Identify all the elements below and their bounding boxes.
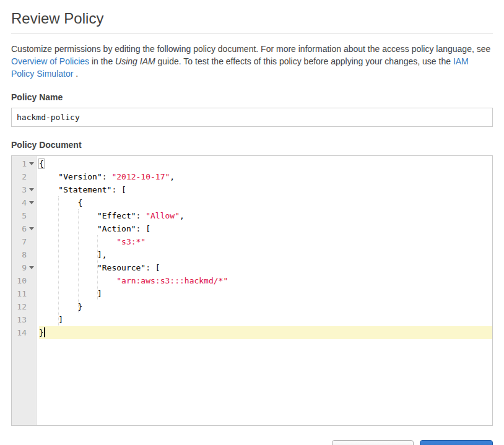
page-title: Review Policy xyxy=(11,10,493,27)
line-number[interactable]: 11 xyxy=(12,287,36,300)
fold-toggle-icon[interactable] xyxy=(29,227,34,230)
policy-name-label: Policy Name xyxy=(11,92,493,102)
code-token: { xyxy=(39,159,44,168)
line-number[interactable]: 3 xyxy=(12,183,36,196)
fold-toggle-icon[interactable] xyxy=(29,162,34,165)
editor-gutter: 1234567891011121314 xyxy=(12,156,37,425)
code-line[interactable]: } xyxy=(39,326,492,339)
code-line[interactable]: "arn:aws:s3:::hackmd/*" xyxy=(39,274,492,287)
code-token-string: "2012-10-17" xyxy=(111,172,170,181)
code-token-string: "arn:aws:s3:::hackmd/*" xyxy=(116,276,228,285)
fold-toggle-icon[interactable] xyxy=(29,201,34,204)
code-line[interactable]: "Statement": [ xyxy=(39,183,492,196)
code-token: "Statement": [ xyxy=(39,185,126,194)
code-token: "Action": [ xyxy=(39,224,150,233)
code-token xyxy=(39,237,116,246)
code-token: ] xyxy=(39,315,63,324)
validate-policy-button[interactable]: Validate Policy xyxy=(332,440,414,445)
code-token: ] xyxy=(39,289,102,298)
code-token: } xyxy=(39,328,44,337)
apply-policy-button[interactable]: Apply Policy xyxy=(420,440,493,445)
intro-part1: Customize permissions by editing the fol… xyxy=(11,44,490,54)
text-cursor xyxy=(44,327,45,337)
code-line[interactable]: "Version": "2012-10-17", xyxy=(39,170,492,183)
code-line[interactable]: "Action": [ xyxy=(39,222,492,235)
code-token-string: "Allow" xyxy=(146,211,180,220)
code-token: ], xyxy=(39,250,107,259)
code-token: "Resource": [ xyxy=(39,263,160,272)
intro-part4: . xyxy=(73,69,78,79)
intro-part3: guide. To test the effects of this polic… xyxy=(155,56,453,66)
line-number[interactable]: 4 xyxy=(12,196,36,209)
code-token xyxy=(39,276,116,285)
code-line[interactable]: ] xyxy=(39,313,492,326)
code-token: { xyxy=(39,198,82,207)
line-number[interactable]: 10 xyxy=(12,274,36,287)
code-line[interactable]: "s3:*" xyxy=(39,235,492,248)
code-line[interactable]: "Effect": "Allow", xyxy=(39,209,492,222)
editor-code-area[interactable]: { "Version": "2012-10-17", "Statement": … xyxy=(37,156,492,425)
line-number[interactable]: 13 xyxy=(12,313,36,326)
line-number[interactable]: 6 xyxy=(12,222,36,235)
intro-part2: in the xyxy=(89,56,115,66)
overview-of-policies-link[interactable]: Overview of Policies xyxy=(11,56,89,66)
fold-toggle-icon[interactable] xyxy=(29,188,34,191)
code-line[interactable]: ] xyxy=(39,287,492,300)
policy-document-label: Policy Document xyxy=(11,140,493,150)
code-token: "Version": xyxy=(39,172,111,181)
title-divider xyxy=(11,33,493,33)
footer-bar: ✓ Use autoformatting for policy editing … xyxy=(11,440,493,445)
code-line[interactable]: { xyxy=(39,196,492,209)
fold-toggle-icon[interactable] xyxy=(29,266,34,269)
intro-text: Customize permissions by editing the fol… xyxy=(11,43,493,80)
code-token: , xyxy=(170,172,175,181)
intro-italic-using-iam: Using IAM xyxy=(115,56,155,66)
code-token-string: "s3:*" xyxy=(116,237,146,246)
line-number[interactable]: 9 xyxy=(12,261,36,274)
code-line[interactable]: ], xyxy=(39,248,492,261)
policy-document-editor[interactable]: 1234567891011121314 { "Version": "2012-1… xyxy=(11,155,493,426)
line-number[interactable]: 12 xyxy=(12,300,36,313)
footer-actions: Cancel Validate Policy Apply Policy xyxy=(289,440,493,445)
policy-name-input[interactable] xyxy=(11,108,493,127)
code-line[interactable]: "Resource": [ xyxy=(39,261,492,274)
code-line[interactable]: { xyxy=(39,157,492,170)
code-token: "Effect": xyxy=(39,211,146,220)
line-number[interactable]: 5 xyxy=(12,209,36,222)
code-line[interactable]: } xyxy=(39,300,492,313)
line-number[interactable]: 14 xyxy=(12,326,36,339)
line-number[interactable]: 1 xyxy=(12,157,36,170)
code-token: , xyxy=(180,211,185,220)
line-number[interactable]: 8 xyxy=(12,248,36,261)
code-token: } xyxy=(39,302,82,311)
review-policy-page: Review Policy Customize permissions by e… xyxy=(0,0,504,445)
line-number[interactable]: 2 xyxy=(12,170,36,183)
line-number[interactable]: 7 xyxy=(12,235,36,248)
